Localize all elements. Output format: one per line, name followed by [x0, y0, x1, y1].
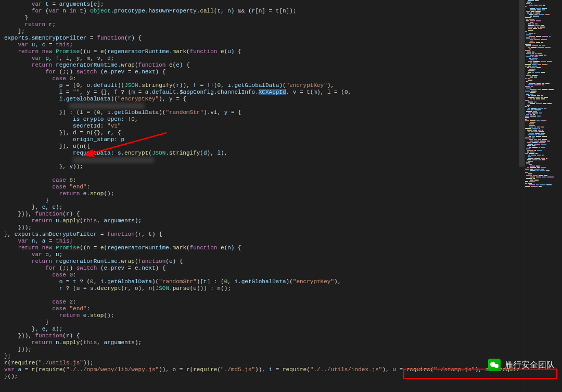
code-line[interactable]: exports.smEncryptoFilter = function(r) { [4, 35, 520, 42]
code-line[interactable] [4, 103, 520, 109]
code-line[interactable]: return n.apply(this, arguments); [4, 339, 520, 346]
code-line[interactable]: case "end": [4, 306, 520, 312]
minimap[interactable] [525, 0, 562, 392]
code-line[interactable]: case 8: [4, 177, 520, 184]
code-line[interactable]: r ? (u = s.decrypt(r, o), n(JSON.parse(u… [4, 285, 520, 292]
code-line[interactable]: } [4, 319, 520, 326]
code-line[interactable]: })), function(r) { [4, 333, 520, 339]
code-line[interactable]: return e.stop(); [4, 191, 520, 197]
code-line[interactable]: requestData: s.encrypt(JSON.stringify(d)… [4, 150, 520, 157]
code-line[interactable]: return new Promise((n = e(regeneratorRun… [4, 245, 520, 251]
code-line[interactable]: return u.apply(this, arguments); [4, 218, 520, 224]
code-line[interactable]: return regeneratorRuntime.wrap(function … [4, 62, 520, 69]
code-line[interactable]: } [4, 197, 520, 204]
code-line[interactable]: i.getGlobalData)("encryptKey"), y = { [4, 96, 520, 103]
code-line[interactable] [4, 292, 520, 299]
code-line[interactable]: return r; [4, 21, 520, 28]
code-line[interactable]: var p, f, l, y, m, v, d; [4, 55, 520, 62]
code-line[interactable]: }; [4, 28, 520, 35]
code-line[interactable]: for (var n in t) Object.prototype.hasOwn… [4, 8, 520, 15]
code-line[interactable]: var u, c = this; [4, 42, 520, 48]
code-line[interactable]: }, e, a); [4, 326, 520, 333]
code-line[interactable]: case "end": [4, 184, 520, 191]
code-line[interactable]: var a = r(require("./../npm/wepy/lib/wep… [4, 366, 520, 373]
code-line[interactable]: }; [4, 353, 520, 360]
code-editor[interactable]: var t = arguments[e]; for (var n in t) O… [0, 0, 520, 392]
code-line[interactable]: })), function(r) { [4, 211, 520, 218]
code-line[interactable]: }), u(n({ [4, 143, 520, 150]
scrollbar-thumb[interactable] [519, 0, 525, 167]
code-line[interactable]: }) : (l = (0, i.getGlobalData)("randomSt… [4, 109, 520, 116]
code-line[interactable]: }, exports.smDecryptoFilter = function(r… [4, 231, 520, 238]
code-line[interactable] [4, 157, 520, 163]
code-line[interactable]: var o, u; [4, 251, 520, 258]
code-line[interactable]: for (;;) switch (e.prev = e.next) { [4, 69, 520, 75]
code-line[interactable]: })); [4, 346, 520, 353]
code-line[interactable]: for (;;) switch (e.prev = e.next) { [4, 265, 520, 272]
code-line[interactable]: return e.stop(); [4, 312, 520, 319]
code-line[interactable]: o = t ? (0, i.getGlobalData)("randomStr"… [4, 279, 520, 285]
code-line[interactable]: var n, a = this; [4, 238, 520, 245]
code-line[interactable]: }, e, c); [4, 204, 520, 211]
code-line[interactable]: }(); [4, 373, 520, 380]
code-line[interactable]: } [4, 15, 520, 21]
code-line[interactable] [4, 170, 520, 177]
code-line[interactable]: }), d = n({}, r, { [4, 130, 520, 136]
code-line[interactable]: secretId: "v1" [4, 123, 520, 130]
code-line[interactable]: var t = arguments[e]; [4, 1, 520, 8]
code-line[interactable]: }, y)); [4, 163, 520, 170]
code-line[interactable]: p = (0, o.default)(JSON.stringify(r)), f… [4, 82, 520, 89]
code-line[interactable]: return regeneratorRuntime.wrap(function(… [4, 258, 520, 265]
code-line[interactable]: })); [4, 224, 520, 231]
code-line[interactable]: case 2: [4, 299, 520, 306]
code-line[interactable]: case 0: [4, 75, 520, 82]
code-line[interactable]: is_crypto_open: !0, [4, 116, 520, 123]
code-line[interactable]: case 0: [4, 272, 520, 279]
code-line[interactable]: l = "", y = {}, f ? (m = a.default.$appC… [4, 89, 520, 96]
code-line[interactable]: r(require("./untils.js")); [4, 360, 520, 366]
vertical-scrollbar[interactable] [519, 0, 525, 392]
code-line[interactable]: return new Promise((u = e(regeneratorRun… [4, 48, 520, 55]
code-line[interactable]: origin_stamp: p [4, 136, 520, 143]
